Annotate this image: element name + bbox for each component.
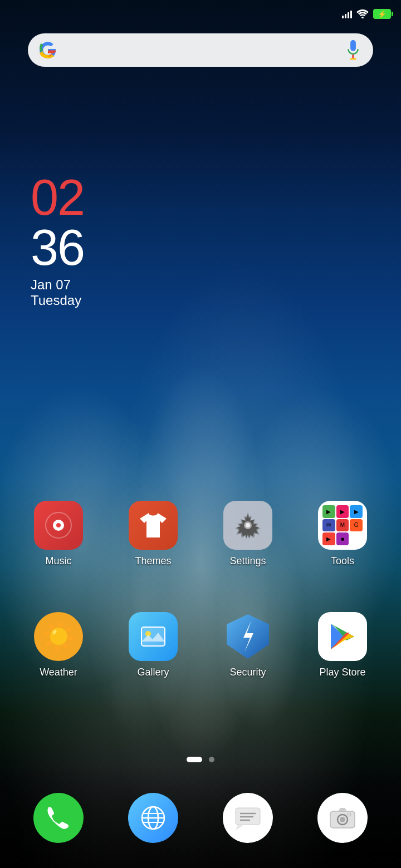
- page-dot-inactive: [209, 757, 214, 762]
- page-indicator: [0, 757, 401, 762]
- mic-icon[interactable]: [343, 40, 363, 60]
- app-themes[interactable]: Themes: [114, 501, 192, 567]
- security-label: Security: [229, 667, 266, 678]
- playstore-icon: [318, 612, 367, 661]
- dock-messages[interactable]: [212, 793, 284, 843]
- svg-rect-1: [350, 40, 356, 51]
- google-logo: [38, 40, 58, 60]
- search-bar[interactable]: [28, 33, 373, 67]
- svg-point-25: [340, 817, 345, 822]
- signal-icon: [342, 9, 352, 18]
- app-weather[interactable]: ☀️ Weather: [19, 612, 97, 678]
- svg-rect-3: [350, 58, 356, 60]
- dock-camera[interactable]: [306, 793, 379, 843]
- app-music[interactable]: Music: [19, 501, 97, 567]
- dock-browser[interactable]: [117, 793, 189, 843]
- page-dot-active: [187, 757, 202, 762]
- themes-icon: [129, 501, 178, 550]
- app-security[interactable]: Security: [209, 612, 287, 678]
- gallery-label: Gallery: [137, 667, 169, 678]
- music-icon: [34, 501, 83, 550]
- weather-icon: ☀️: [34, 612, 83, 661]
- svg-rect-2: [352, 55, 354, 58]
- wifi-icon: [356, 9, 369, 18]
- clock-minute: 36: [31, 223, 84, 273]
- settings-label: Settings: [229, 555, 266, 567]
- svg-point-6: [56, 523, 61, 527]
- app-gallery[interactable]: Gallery: [114, 612, 192, 678]
- messages-icon: [223, 793, 273, 843]
- app-settings[interactable]: Settings: [209, 501, 287, 567]
- status-icons: ⚡: [342, 9, 391, 19]
- app-grid-row-2: ☀️ Weather Gallery: [0, 612, 401, 678]
- playstore-label: Play Store: [319, 667, 365, 678]
- app-playstore[interactable]: Play Store: [304, 612, 382, 678]
- music-label: Music: [45, 555, 71, 567]
- dock-phone[interactable]: [22, 793, 95, 843]
- clock-hour: 02: [31, 172, 84, 223]
- status-bar: ⚡: [0, 0, 401, 28]
- tools-icon: ▶ ▶ ▶ ✉ M G ▶ ■: [318, 501, 367, 550]
- phone-icon: [33, 793, 84, 843]
- dock: [0, 768, 401, 868]
- camera-icon: [317, 793, 368, 843]
- settings-icon: [223, 501, 272, 550]
- svg-rect-10: [141, 627, 165, 646]
- wave-overlay: [0, 0, 401, 868]
- clock-widget: 02 36 Jan 07 Tuesday: [31, 172, 84, 308]
- weather-label: Weather: [40, 667, 77, 678]
- security-icon-wrapper: [223, 612, 272, 661]
- gallery-icon: [129, 612, 178, 661]
- battery-icon: ⚡: [373, 9, 391, 19]
- security-icon: [223, 612, 272, 661]
- app-tools[interactable]: ▶ ▶ ▶ ✉ M G ▶ ■ Tools: [304, 501, 382, 567]
- browser-icon: [128, 793, 178, 843]
- app-grid-row-1: Music Themes Settings ▶ ▶: [0, 501, 401, 567]
- svg-point-9: [246, 523, 250, 527]
- svg-point-0: [361, 17, 364, 18]
- clock-date: Jan 07 Tuesday: [31, 277, 84, 308]
- tools-label: Tools: [331, 555, 354, 567]
- svg-point-26: [348, 813, 351, 816]
- themes-label: Themes: [135, 555, 171, 567]
